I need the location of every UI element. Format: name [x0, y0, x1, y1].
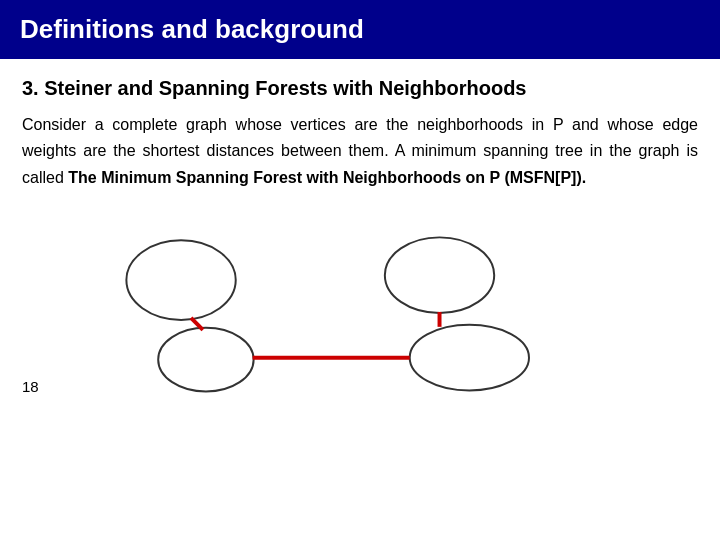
header-bar: Definitions and background [0, 0, 720, 59]
diagram-area: 18 [22, 195, 698, 405]
svg-point-3 [410, 325, 529, 391]
page-number: 18 [22, 378, 39, 395]
svg-point-0 [126, 241, 235, 321]
svg-point-1 [158, 328, 253, 392]
section-title: 3. Steiner and Spanning Forests with Nei… [22, 77, 698, 100]
svg-point-2 [385, 238, 494, 314]
slide-title: Definitions and background [20, 14, 364, 44]
body-text: Consider a complete graph whose vertices… [22, 112, 698, 191]
